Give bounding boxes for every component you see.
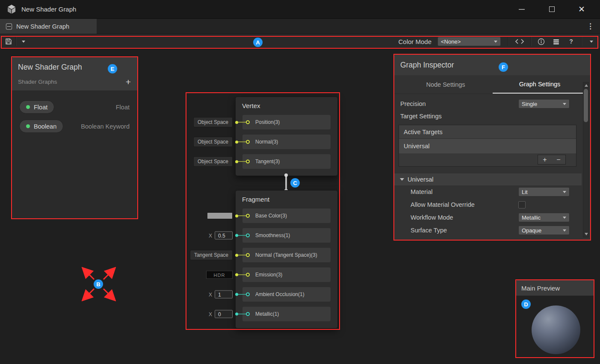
workflow-mode-label: Workflow Mode xyxy=(411,214,518,221)
generate-code-button[interactable] xyxy=(512,36,527,47)
fragment-node-title[interactable]: Fragment xyxy=(236,191,337,208)
svg-text:?: ? xyxy=(569,38,573,45)
space-selector-widget[interactable]: Object Space xyxy=(193,117,238,127)
color-swatch-widget[interactable] xyxy=(207,212,238,219)
maximize-button[interactable] xyxy=(546,4,557,15)
input-port-icon[interactable] xyxy=(246,312,250,316)
kebab-menu-icon[interactable]: ⋮ xyxy=(587,22,594,31)
blackboard-item-float[interactable]: Float Float xyxy=(12,100,138,114)
precision-dropdown[interactable]: Single xyxy=(518,99,570,109)
input-port-icon[interactable] xyxy=(246,273,250,277)
port-dot-icon xyxy=(235,141,238,144)
vertex-node[interactable]: Vertex Object Space Position(3) Object S… xyxy=(235,97,338,176)
blackboard-list: Float Float Boolean Boolean Keyword xyxy=(12,91,138,133)
port-dot-icon xyxy=(235,160,238,163)
tab-new-shader-graph[interactable]: New Shader Graph xyxy=(0,19,97,34)
vertex-node-title[interactable]: Vertex xyxy=(236,97,337,114)
port-dot-icon xyxy=(235,254,238,257)
float-input-field[interactable]: 0.5 xyxy=(215,232,233,240)
close-button[interactable]: ✕ xyxy=(576,4,587,15)
vertex-slot-tangent[interactable]: Object Space Tangent(3) xyxy=(242,154,331,169)
foldout-arrow-icon xyxy=(400,178,404,181)
blackboard-title: New Shader Graph xyxy=(18,63,132,72)
space-selector-widget[interactable]: Tangent Space xyxy=(190,250,238,260)
universal-foldout[interactable]: Universal xyxy=(394,173,582,185)
active-target-universal[interactable]: Universal xyxy=(399,139,576,153)
scroll-down-icon[interactable] xyxy=(585,233,588,235)
slot-label: Smoothness(1) xyxy=(255,232,290,238)
port-dot-icon xyxy=(235,234,238,237)
fragment-slot-emission[interactable]: HDR Emission(3) xyxy=(242,267,331,282)
color-swatch[interactable] xyxy=(207,212,233,219)
inspector-toggle-button[interactable] xyxy=(550,36,562,47)
slot-label: Emission(3) xyxy=(255,272,282,278)
surface-type-label: Surface Type xyxy=(411,227,518,234)
input-port-icon[interactable] xyxy=(246,293,250,296)
port-dot-icon xyxy=(235,313,238,316)
input-port-icon[interactable] xyxy=(246,214,250,218)
active-targets-footer: + − xyxy=(399,153,576,166)
float-field-widget[interactable]: X 0.5 xyxy=(209,232,238,240)
minimize-button[interactable] xyxy=(516,4,527,15)
hdr-swatch[interactable]: HDR xyxy=(206,271,233,279)
space-pill[interactable]: Object Space xyxy=(193,156,233,167)
blackboard-toggle-button[interactable] xyxy=(535,36,547,47)
float-field-widget[interactable]: X 0 xyxy=(209,310,238,318)
scroll-up-icon[interactable] xyxy=(585,84,588,87)
workflow-mode-dropdown[interactable]: Metallic xyxy=(518,213,570,222)
blackboard-header[interactable]: New Shader Graph Shader Graphs + xyxy=(12,57,138,91)
fragment-slot-ambient-occlusion[interactable]: X 1 Ambient Occlusion(1) xyxy=(242,287,331,302)
surface-type-dropdown[interactable]: Opaque xyxy=(518,226,570,235)
material-value: Lit xyxy=(522,189,528,195)
color-mode-dropdown[interactable]: <None> xyxy=(437,37,501,46)
graph-inspector-title[interactable]: Graph Inspector xyxy=(394,55,591,75)
unity-shader-graph-window: New Shader Graph ✕ New Shader Graph ⋮ xyxy=(0,0,600,364)
fragment-slot-normal[interactable]: Tangent Space Normal (Tangent Space)(3) xyxy=(242,248,331,262)
fragment-slot-metallic[interactable]: X 0 Metallic(1) xyxy=(242,307,331,321)
space-pill[interactable]: Object Space xyxy=(193,137,233,147)
tab-node-settings[interactable]: Node Settings xyxy=(399,75,493,94)
inspector-content: Precision Single Target Settings Active … xyxy=(394,94,591,237)
help-button[interactable]: ? xyxy=(565,36,577,47)
add-property-button[interactable]: + xyxy=(126,77,132,86)
remove-target-button[interactable]: − xyxy=(552,155,565,164)
scrollbar-thumb[interactable] xyxy=(584,89,588,122)
window-controls: ✕ xyxy=(516,4,594,15)
float-input-field[interactable]: 0 xyxy=(215,310,233,318)
slot-label: Ambient Occlusion(1) xyxy=(255,291,304,297)
allow-material-override-checkbox[interactable] xyxy=(518,201,526,208)
property-pill[interactable]: Boolean xyxy=(19,120,63,133)
blackboard-subtitle: Shader Graphs xyxy=(18,79,57,85)
vertex-slot-position[interactable]: Object Space Position(3) xyxy=(242,115,331,129)
vertex-slot-normal[interactable]: Object Space Normal(3) xyxy=(242,135,331,149)
input-port-icon[interactable] xyxy=(246,253,250,257)
panels-dropdown-button[interactable] xyxy=(585,36,597,47)
inspector-scrollbar[interactable] xyxy=(583,82,589,238)
preview-sphere[interactable] xyxy=(532,305,580,354)
input-port-icon[interactable] xyxy=(246,234,250,238)
vertex-fragment-edge[interactable] xyxy=(285,175,287,191)
space-selector-widget[interactable]: Object Space xyxy=(193,156,238,167)
save-options-dropdown[interactable] xyxy=(18,36,30,47)
fragment-slot-smoothness[interactable]: X 0.5 Smoothness(1) xyxy=(242,228,331,243)
material-dropdown[interactable]: Lit xyxy=(518,187,570,197)
input-port-icon[interactable] xyxy=(246,140,250,144)
property-pill[interactable]: Float xyxy=(19,100,54,114)
blackboard-item-boolean[interactable]: Boolean Boolean Keyword xyxy=(12,120,138,133)
toolbar-separator xyxy=(531,37,531,46)
space-pill[interactable]: Object Space xyxy=(193,117,233,127)
space-selector-widget[interactable]: Object Space xyxy=(193,137,238,147)
float-input-field[interactable]: 1 xyxy=(215,291,233,299)
float-field-widget[interactable]: X 1 xyxy=(209,291,238,299)
input-port-icon[interactable] xyxy=(246,160,250,164)
fragment-node[interactable]: Fragment Base Color(3) X 0.5 xyxy=(235,190,338,329)
add-target-button[interactable]: + xyxy=(538,155,552,164)
main-preview-title[interactable]: Main Preview xyxy=(516,280,594,296)
main-preview-viewport[interactable] xyxy=(516,296,594,358)
space-pill[interactable]: Tangent Space xyxy=(190,250,233,260)
tab-graph-settings[interactable]: Graph Settings xyxy=(493,75,587,94)
input-port-icon[interactable] xyxy=(246,120,250,124)
fragment-slot-base-color[interactable]: Base Color(3) xyxy=(242,208,331,223)
hdr-color-widget[interactable]: HDR xyxy=(206,271,238,279)
save-asset-button[interactable] xyxy=(3,36,15,47)
